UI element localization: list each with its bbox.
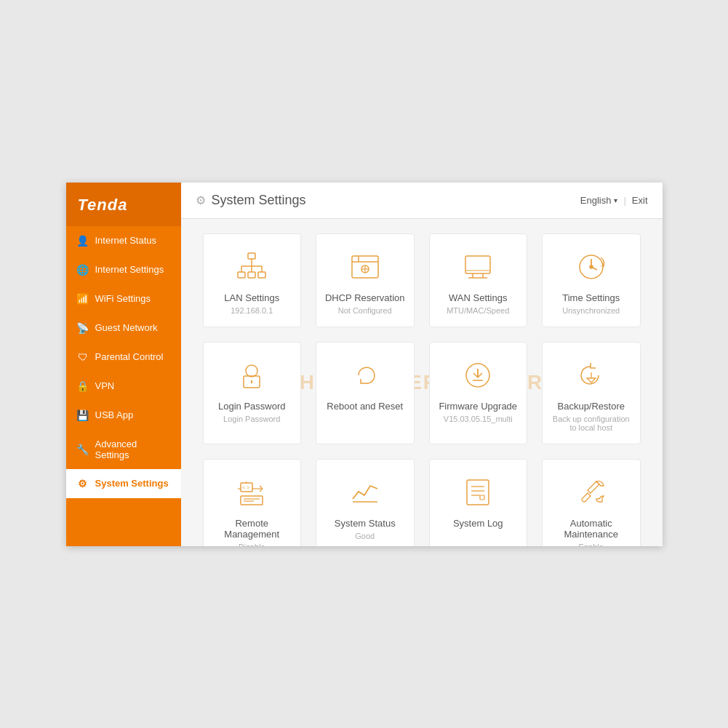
reboot-reset-icon [345, 357, 385, 393]
time-settings-label: Time Settings [562, 292, 620, 303]
backup-restore-label: Backup/Restore [558, 401, 625, 412]
dhcp-reservation-icon [345, 249, 385, 285]
grid-item-dhcp-reservation[interactable]: DHCP Reservation Not Configured [316, 233, 415, 327]
main-area: ⚙ System Settings English ▾ | Exit AHMMU… [181, 183, 663, 546]
wan-settings-label: WAN Settings [449, 292, 507, 303]
sidebar-item-internet-settings[interactable]: 🌐 Internet Settings [66, 255, 181, 284]
time-settings-icon [571, 249, 612, 285]
sidebar-item-internet-status[interactable]: 👤 Internet Status [66, 226, 181, 255]
sidebar-item-vpn[interactable]: 🔒 VPN [66, 372, 181, 401]
system-status-sublabel: Good [355, 532, 375, 540]
sidebar-item-system-settings[interactable]: ⚙ System Settings [66, 469, 181, 498]
logo-area: Tenda [66, 183, 181, 226]
header-left: ⚙ System Settings [196, 193, 306, 208]
login-password-sublabel: Login Password [223, 415, 280, 423]
system-status-label: System Status [335, 518, 396, 529]
firmware-upgrade-icon [457, 357, 498, 393]
wifi-settings-icon: 📶 [76, 293, 89, 305]
sidebar-item-label: Internet Settings [95, 264, 164, 275]
sidebar-item-label: USB App [95, 409, 134, 420]
header-right: English ▾ | Exit [580, 195, 648, 206]
firmware-upgrade-label: Firmware Upgrade [439, 401, 517, 412]
sidebar: Tenda 👤 Internet Status 🌐 Internet Setti… [66, 183, 181, 546]
exit-button[interactable]: Exit [632, 195, 648, 206]
sidebar-item-label: Guest Network [95, 322, 158, 333]
wan-settings-sublabel: MTU/MAC/Speed [447, 306, 509, 315]
login-password-icon [231, 357, 272, 393]
sidebar-item-label: VPN [95, 380, 115, 391]
grid-item-time-settings[interactable]: Time Settings Unsynchronized [542, 233, 641, 327]
login-password-label: Login Password [218, 401, 286, 412]
sidebar-item-label: WiFi Settings [95, 293, 151, 304]
grid-item-system-log[interactable]: System Log [429, 459, 528, 546]
main-header: ⚙ System Settings English ▾ | Exit [181, 183, 663, 219]
sidebar-item-wifi-settings[interactable]: 📶 WiFi Settings [66, 284, 181, 313]
sidebar-item-advanced-settings[interactable]: 🔧 Advanced Settings [66, 430, 181, 469]
lan-settings-sublabel: 192.168.0.1 [231, 306, 273, 315]
lan-settings-icon [231, 249, 272, 285]
grid-item-login-password[interactable]: Login Password Login Password [203, 342, 302, 444]
system-log-label: System Log [453, 518, 503, 529]
sidebar-item-usb-app[interactable]: 💾 USB App [66, 401, 181, 430]
language-selector[interactable]: English ▾ [580, 195, 618, 206]
system-log-icon [457, 474, 498, 511]
header-divider: | [623, 195, 625, 206]
settings-grid: LAN Settings 192.168.0.1 DHCP Reservatio… [203, 233, 641, 546]
grid-item-wan-settings[interactable]: WAN Settings MTU/MAC/Speed [429, 233, 528, 327]
internet-settings-icon: 🌐 [76, 264, 89, 276]
vpn-icon: 🔒 [76, 380, 89, 392]
sidebar-nav: 👤 Internet Status 🌐 Internet Settings 📶 … [66, 226, 181, 546]
system-status-icon [345, 474, 385, 511]
firmware-upgrade-sublabel: V15.03.05.15_multi [444, 415, 513, 423]
page-title: System Settings [212, 193, 306, 208]
sidebar-item-label: System Settings [95, 478, 169, 489]
automatic-maintenance-sublabel: Enable [579, 543, 604, 546]
gear-icon: ⚙ [196, 193, 206, 207]
automatic-maintenance-label: Automatic Maintenance [550, 518, 633, 540]
usb-app-icon: 💾 [76, 409, 89, 421]
automatic-maintenance-icon [571, 474, 612, 511]
grid-item-system-status[interactable]: System Status Good [316, 459, 415, 546]
remote-management-label: Remote Management [211, 518, 294, 540]
parental-control-icon: 🛡 [76, 351, 89, 363]
grid-item-automatic-maintenance[interactable]: Automatic Maintenance Enable [542, 459, 641, 546]
internet-status-icon: 👤 [76, 235, 89, 247]
grid-item-remote-management[interactable]: Remote Management Disable [203, 459, 302, 546]
content-area: AHMMUARIEF NETWORK LAN Settings 192.168.… [181, 219, 663, 546]
chevron-down-icon: ▾ [614, 196, 617, 204]
sidebar-item-label: Internet Status [95, 235, 157, 246]
time-settings-sublabel: Unsynchronized [562, 306, 620, 315]
remote-management-sublabel: Disable [239, 543, 265, 546]
tenda-logo: Tenda [78, 196, 169, 215]
dhcp-reservation-sublabel: Not Configured [338, 306, 392, 315]
backup-restore-icon [571, 357, 612, 393]
language-label: English [580, 195, 612, 206]
dhcp-reservation-label: DHCP Reservation [325, 292, 405, 303]
wan-settings-icon [457, 249, 498, 285]
sidebar-item-parental-control[interactable]: 🛡 Parental Control [66, 343, 181, 372]
sidebar-item-label: Parental Control [95, 351, 164, 362]
reboot-reset-label: Reboot and Reset [327, 401, 403, 412]
grid-item-lan-settings[interactable]: LAN Settings 192.168.0.1 [203, 233, 302, 327]
sidebar-item-label: Advanced Settings [95, 439, 171, 460]
sidebar-item-guest-network[interactable]: 📡 Guest Network [66, 313, 181, 343]
remote-management-icon [231, 474, 272, 511]
advanced-settings-icon: 🔧 [76, 444, 89, 455]
guest-network-icon: 📡 [76, 322, 89, 334]
grid-item-firmware-upgrade[interactable]: Firmware Upgrade V15.03.05.15_multi [429, 342, 528, 444]
grid-item-backup-restore[interactable]: Backup/Restore Back up configuration to … [542, 342, 641, 444]
system-settings-icon: ⚙ [76, 478, 89, 489]
lan-settings-label: LAN Settings [224, 292, 279, 303]
grid-item-reboot-reset[interactable]: Reboot and Reset [316, 342, 415, 444]
backup-restore-sublabel: Back up configuration to local host [550, 415, 633, 432]
